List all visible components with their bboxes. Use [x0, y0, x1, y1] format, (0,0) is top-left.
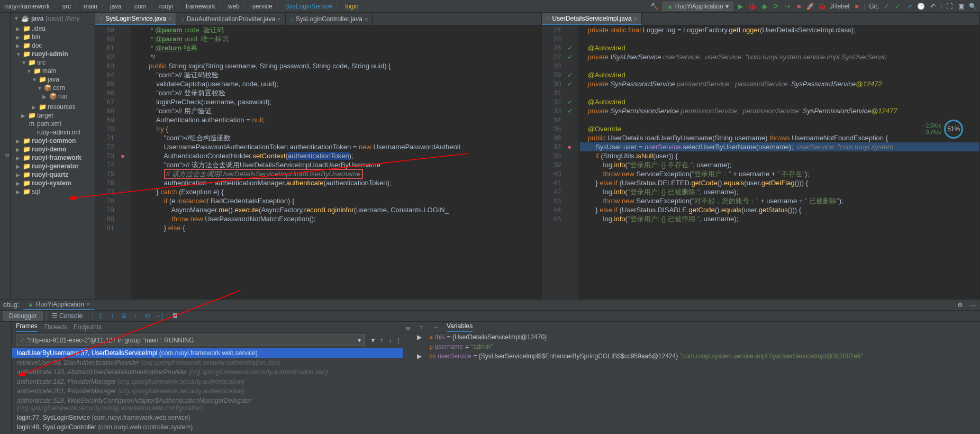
build-icon[interactable]: 🔨 — [650, 2, 659, 11]
tree-item[interactable]: ▼📦com — [11, 84, 95, 92]
step-into-icon[interactable]: ↓ — [108, 312, 116, 320]
tree-item[interactable]: ▶📁.idea — [11, 24, 95, 33]
frame-row[interactable]: invoke0:-1, NativeMethodAccessorImpl (su… — [12, 432, 403, 434]
jrebel-stop-icon[interactable]: ■ — [852, 2, 861, 11]
attach-icon[interactable]: ⇢ — [783, 2, 792, 11]
debug-hide-icon[interactable]: — — [968, 301, 977, 309]
tree-item[interactable]: ▶📁target — [11, 111, 95, 120]
breadcrumb-item[interactable]: java — [109, 3, 123, 10]
endpoints-tab[interactable]: Endpoints — [74, 323, 102, 331]
editor-tab[interactable]: ○UserDetailsServiceImpl.java× — [542, 13, 642, 25]
editor-tab[interactable]: ○SysLoginController.java× — [286, 13, 373, 25]
frames-tab[interactable]: Frames — [16, 322, 38, 332]
thread-selector[interactable]: ✓ "http-nio-9101-exec-2"@11,127 in group… — [16, 334, 365, 346]
frame-row[interactable]: authenticate:182, ProviderManager (org.s… — [12, 377, 403, 386]
breadcrumb-item[interactable]: main — [83, 3, 98, 10]
evaluate-icon[interactable]: 🖩 — [171, 312, 179, 320]
left-code-body[interactable]: * @param code 验证码 * @param uuid 唯一标识 * @… — [131, 25, 541, 299]
breadcrumb-item[interactable]: ruoyi-framework — [3, 3, 51, 10]
frame-row[interactable]: loadUserByUsername:37, UserDetailsServic… — [12, 348, 403, 358]
search-icon[interactable]: 🔍 — [968, 2, 977, 11]
tree-item[interactable]: ▶📁ruoyi-system — [11, 179, 95, 187]
jrebel-rocket-icon[interactable]: 🚀 — [806, 2, 815, 11]
right-code-body[interactable]: private static final Logger log = Logger… — [578, 25, 979, 299]
run-config-selector[interactable]: ▲RuoYiApplication▾ — [662, 2, 733, 11]
breadcrumb-item[interactable]: service — [251, 3, 274, 10]
git-history-icon[interactable]: 🕐 — [917, 2, 925, 11]
filter-icon[interactable]: ▼ — [369, 336, 377, 345]
tree-item[interactable]: ▶📁ruoyi-generator — [11, 162, 95, 170]
git-rollback-icon[interactable]: ↶ — [929, 2, 937, 11]
jrebel-debug-icon[interactable]: 🐞 — [818, 2, 827, 11]
debug-run-tab[interactable]: ▲RuoYiApplication× — [23, 300, 94, 310]
stop-icon[interactable]: ■ — [795, 2, 803, 11]
editor-tab[interactable]: ○DaoAuthenticationProvider.java× — [176, 13, 285, 25]
threads-tab[interactable]: Threads — [44, 323, 67, 331]
editor-tab[interactable]: ○SysLoginService.java× — [95, 13, 176, 25]
debug-settings-icon[interactable]: ⚙ — [956, 301, 964, 309]
coverage-icon[interactable]: ◉ — [760, 2, 768, 11]
frames-section: Frames Threads Endpoints ✓ "http-nio-910… — [12, 322, 403, 434]
breadcrumb-item[interactable]: com — [133, 3, 148, 10]
frame-row[interactable]: authenticate:133, AbstractUserDetailsAut… — [12, 367, 403, 377]
tree-item[interactable]: ▼📁ruoyi-admin — [11, 50, 95, 58]
git-commit-icon[interactable]: ✓ — [894, 2, 902, 11]
tree-item[interactable]: ruoyi-admin.iml — [11, 128, 95, 137]
close-icon[interactable]: × — [168, 15, 171, 22]
debugger-tab[interactable]: Debugger — [3, 311, 43, 321]
tree-item[interactable]: ▶📁ruoyi-common — [11, 137, 95, 145]
frame-row[interactable]: login:48, SysLoginController (com.ruoyi.… — [12, 422, 403, 432]
prev-frame-icon[interactable]: ↑ — [377, 336, 386, 345]
tree-root[interactable]: ▼ ☕ java [ruoyi] /Amy — [11, 13, 95, 24]
tree-item[interactable]: ▶📁ruoyi-quartz — [11, 170, 95, 179]
var-row[interactable]: ▶≡ this = {UserDetailsServiceImpl@12470} — [413, 332, 980, 342]
tree-item[interactable]: ▶📁bin — [11, 33, 95, 41]
git-update-icon[interactable]: ✓ — [882, 2, 891, 11]
add-watch-icon[interactable]: + — [417, 323, 425, 331]
tree-item[interactable]: ▶📁ruoyi-framework — [11, 153, 95, 162]
tree-item[interactable]: ▶📦ruo — [11, 92, 95, 101]
next-frame-icon[interactable]: ↓ — [386, 336, 394, 345]
step-over-icon[interactable]: ⤵ — [96, 312, 105, 320]
close-icon[interactable]: × — [365, 16, 368, 22]
remove-watch-icon[interactable]: − — [432, 323, 440, 331]
tools-icon[interactable]: ⛶ — [945, 2, 954, 11]
link-icon[interactable]: ∞ — [404, 324, 412, 332]
frames-settings-icon[interactable]: ⋮ — [394, 336, 403, 345]
breadcrumb-item[interactable]: framework — [185, 3, 216, 10]
breadcrumb[interactable]: ruoyi-framework〉 src〉 main〉 java〉 com〉 r… — [3, 2, 360, 11]
breadcrumb-item[interactable]: web — [227, 3, 241, 10]
tree-item[interactable]: ▼📁src — [11, 58, 95, 67]
breadcrumb-item[interactable]: ruoyi — [158, 3, 174, 10]
tree-item[interactable]: ▼📁java — [11, 75, 95, 84]
variables-tab[interactable]: Variables — [447, 322, 473, 332]
frame-row[interactable]: authenticate:518, WebSecurityConfigurerA… — [12, 396, 403, 413]
git-push-icon[interactable]: ↗ — [905, 2, 914, 11]
tree-item[interactable]: ▶📁doc — [11, 41, 95, 50]
console-tab[interactable]: ☰ Console — [46, 311, 88, 321]
var-row[interactable]: p username = "admin" — [413, 342, 980, 351]
drop-frame-icon[interactable]: ⟲ — [143, 312, 151, 320]
run-icon[interactable]: ▶ — [737, 2, 745, 11]
tree-item[interactable]: mpom.xml — [11, 120, 95, 128]
tree-item[interactable]: ▶📁sql — [11, 187, 95, 196]
breadcrumb-item[interactable]: SysLoginService — [284, 3, 333, 10]
frame-row[interactable]: login:77, SysLoginService (com.ruoyi.fra… — [12, 413, 403, 422]
frame-row[interactable]: authenticate:201, ProviderManager (org.s… — [12, 386, 403, 396]
var-row[interactable]: ▶oo userService = {SysUserServiceImpl$$E… — [413, 351, 980, 361]
ide-icon[interactable]: ▣ — [957, 2, 965, 11]
force-step-icon[interactable]: ⇊ — [120, 312, 128, 320]
step-out-icon[interactable]: ↑ — [131, 312, 140, 320]
tree-item[interactable]: ▼📁main — [11, 67, 95, 75]
profile-icon[interactable]: ⟳ — [772, 2, 780, 11]
frame-row[interactable]: retrieveUser:93, DaoAuthenticationProvid… — [12, 358, 403, 367]
tree-item[interactable]: ▶📁ruoyi-demo — [11, 145, 95, 153]
tree-item[interactable]: ▶📁resources — [11, 103, 95, 111]
left-tool-stripe[interactable]: P... — [0, 13, 11, 299]
debug-icon[interactable]: 🐞 — [748, 2, 757, 11]
close-icon[interactable]: × — [277, 16, 280, 22]
close-icon[interactable]: × — [634, 15, 637, 22]
breadcrumb-item[interactable]: login — [344, 3, 359, 10]
breadcrumb-item[interactable]: src — [61, 3, 72, 10]
run-to-cursor-icon[interactable]: →| — [155, 312, 163, 320]
